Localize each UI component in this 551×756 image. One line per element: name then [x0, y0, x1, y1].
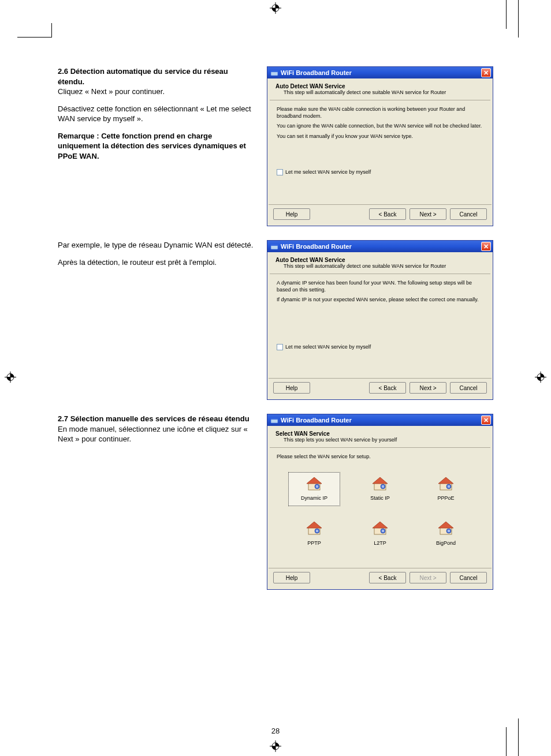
- service-label: L2TP: [356, 540, 404, 547]
- crop-mark: [506, 0, 507, 29]
- body-text: En mode manuel, sélectionnez une icône e…: [58, 425, 248, 444]
- registration-mark-icon: [535, 372, 546, 385]
- close-icon[interactable]: ✕: [481, 68, 491, 77]
- help-button[interactable]: Help: [273, 382, 310, 394]
- wan-service-dynamic-ip[interactable]: Dynamic IP: [288, 472, 340, 506]
- house-network-icon: [306, 476, 323, 491]
- registration-mark-icon: [5, 372, 16, 385]
- checkbox-icon[interactable]: [277, 169, 283, 175]
- wan-service-static-ip[interactable]: Static IP: [354, 472, 406, 506]
- dialog-text: Please select the WAN service for setup.: [277, 454, 483, 461]
- service-label: BigPond: [422, 540, 470, 547]
- window-title: WiFi Broadband Router: [281, 243, 481, 250]
- next-button[interactable]: Next >: [409, 208, 446, 220]
- page-number: 28: [0, 727, 551, 735]
- app-icon: [270, 416, 278, 424]
- checkbox-row[interactable]: Let me select WAN service by myself: [277, 169, 483, 176]
- help-button[interactable]: Help: [273, 572, 310, 583]
- house-network-icon: [437, 521, 455, 536]
- checkbox-icon[interactable]: [277, 344, 283, 350]
- app-icon: [270, 242, 278, 250]
- checkbox-row[interactable]: Let me select WAN service by myself: [277, 344, 483, 351]
- crop-mark: [518, 0, 519, 38]
- section-heading: 2.6 Détection automatique du service du …: [58, 67, 228, 86]
- dialog-header-subtitle: This step will automatically detect one …: [276, 263, 485, 269]
- body-text: Désactivez cette fonction en sélectionna…: [58, 104, 254, 124]
- cancel-button[interactable]: Cancel: [450, 382, 487, 394]
- dialog-header-title: Auto Detect WAN Service: [276, 83, 485, 89]
- wan-service-pppoe[interactable]: PPPoE: [420, 472, 472, 506]
- window-title: WiFi Broadband Router: [281, 417, 481, 424]
- house-network-icon: [371, 521, 389, 536]
- checkbox-label: Let me select WAN service by myself: [285, 169, 371, 176]
- registration-mark-icon: [270, 740, 281, 754]
- close-icon[interactable]: ✕: [481, 242, 491, 251]
- dialog-header-title: Auto Detect WAN Service: [276, 257, 485, 263]
- next-button[interactable]: Next >: [409, 382, 446, 394]
- service-label: Static IP: [356, 495, 404, 502]
- cancel-button[interactable]: Cancel: [450, 208, 487, 220]
- service-label: Dynamic IP: [290, 495, 338, 502]
- titlebar[interactable]: WiFi Broadband Router ✕: [267, 67, 493, 78]
- dialog-text: You can ignore the WAN cable connection,…: [277, 123, 483, 130]
- dialog-auto-detect: WiFi Broadband Router ✕ Auto Detect WAN …: [267, 66, 493, 226]
- next-button[interactable]: Next >: [409, 572, 446, 583]
- registration-mark-icon: [270, 2, 281, 16]
- dialog-auto-detect-result: WiFi Broadband Router ✕ Auto Detect WAN …: [267, 240, 493, 400]
- window-title: WiFi Broadband Router: [281, 69, 481, 76]
- dialog-text: Please make sure the WAN cable connectio…: [277, 106, 483, 119]
- dialog-text: If dynamic IP is not your expected WAN s…: [277, 297, 483, 304]
- crop-mark: [518, 718, 519, 756]
- house-network-icon: [437, 476, 455, 491]
- dialog-header-title: Select WAN Service: [276, 431, 485, 437]
- house-network-icon: [306, 521, 323, 536]
- wan-service-bigpond[interactable]: BigPond: [420, 517, 472, 551]
- help-button[interactable]: Help: [273, 208, 310, 220]
- wan-service-l2tp[interactable]: L2TP: [354, 517, 406, 551]
- dialog-header-subtitle: This step lets you select WAN service by…: [276, 437, 485, 443]
- section-heading: 2.7 Sélection manuelle des services de r…: [58, 414, 250, 423]
- cancel-button[interactable]: Cancel: [450, 572, 487, 583]
- dialog-select-wan: WiFi Broadband Router ✕ Select WAN Servi…: [267, 414, 493, 590]
- dialog-text: You can set it manually if you know your…: [277, 133, 483, 140]
- checkbox-label: Let me select WAN service by myself: [285, 344, 371, 351]
- body-text: Après la détection, le routeur est prêt …: [58, 257, 254, 268]
- crop-mark: [17, 23, 52, 38]
- back-button[interactable]: < Back: [369, 572, 406, 583]
- service-label: PPPoE: [422, 495, 470, 502]
- house-network-icon: [371, 476, 389, 491]
- service-label: PPTP: [290, 540, 338, 547]
- dialog-text: A dynamic IP service has been found for …: [277, 280, 483, 293]
- titlebar[interactable]: WiFi Broadband Router ✕: [267, 414, 493, 426]
- body-text: Cliquez « Next » pour continuer.: [58, 87, 165, 96]
- titlebar[interactable]: WiFi Broadband Router ✕: [267, 241, 493, 252]
- back-button[interactable]: < Back: [369, 208, 406, 220]
- body-text: Par exemple, le type de réseau Dynamic W…: [58, 240, 254, 250]
- back-button[interactable]: < Back: [369, 382, 406, 394]
- wan-service-pptp[interactable]: PPTP: [288, 517, 340, 551]
- app-icon: [270, 69, 278, 77]
- body-text-bold: Remarque : Cette fonction prend en charg…: [58, 132, 246, 160]
- close-icon[interactable]: ✕: [481, 416, 491, 425]
- dialog-header-subtitle: This step will automatically detect one …: [276, 89, 485, 95]
